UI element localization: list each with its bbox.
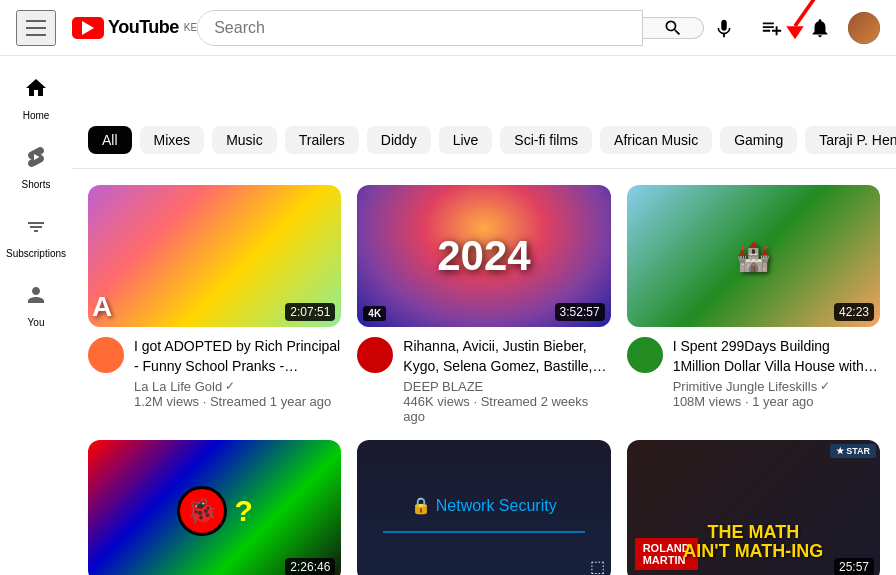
video-card-2[interactable]: 2024 4K 3:52:57 Rihanna, Avicii, Justin … bbox=[357, 185, 610, 424]
verified-badge-1: ✓ bbox=[225, 379, 235, 393]
chip-trailers[interactable]: Trailers bbox=[285, 126, 359, 154]
chip-mixes[interactable]: Mixes bbox=[140, 126, 205, 154]
thumbnail-5: 🔒 Network Security ⬚ bbox=[357, 440, 610, 575]
country-code: KE bbox=[184, 22, 197, 33]
sidebar-item-subscriptions[interactable]: Subscriptions bbox=[0, 202, 72, 271]
shorts-icon bbox=[24, 145, 48, 175]
thumbnail-3: 🏰 42:23 bbox=[627, 185, 880, 327]
video-card-4[interactable]: 🐞 ? 2:26:46 LadyBug Is Missing! What If … bbox=[88, 440, 341, 575]
video-meta-3: I Spent 299Days Building 1Million Dollar… bbox=[673, 337, 880, 408]
chip-african-music[interactable]: African Music bbox=[600, 126, 712, 154]
video-info-2: Rihanna, Avicii, Justin Bieber, Kygo, Se… bbox=[357, 327, 610, 423]
search-button[interactable] bbox=[643, 17, 704, 39]
search-bar bbox=[197, 10, 704, 46]
create-button[interactable] bbox=[752, 8, 792, 48]
duration-3: 42:23 bbox=[834, 303, 874, 321]
sidebar-item-shorts[interactable]: Shorts bbox=[0, 133, 72, 202]
header: YouTubeKE bbox=[0, 0, 896, 56]
search-input-wrap bbox=[197, 10, 643, 46]
chip-live[interactable]: Live bbox=[439, 126, 493, 154]
logo[interactable]: YouTubeKE bbox=[72, 17, 197, 39]
channel-name-3: Primitive Jungle Lifeskills ✓ bbox=[673, 379, 880, 394]
thumbnail-2: 2024 4K 3:52:57 bbox=[357, 185, 610, 327]
video-meta-1: I got ADOPTED by Rich Principal - Funny … bbox=[134, 337, 341, 408]
duration-4: 2:26:46 bbox=[285, 558, 335, 575]
video-title-3: I Spent 299Days Building 1Million Dollar… bbox=[673, 337, 880, 376]
verified-badge-3: ✓ bbox=[820, 379, 830, 393]
sidebar-item-home[interactable]: Home bbox=[0, 64, 72, 133]
duration-1: 2:07:51 bbox=[285, 303, 335, 321]
search-input[interactable] bbox=[198, 11, 642, 45]
avatar-image bbox=[848, 12, 880, 44]
video-card-1[interactable]: A 2:07:51 I got ADOPTED by Rich Principa… bbox=[88, 185, 341, 424]
video-card-6[interactable]: ROLANDMARTIN THE MATHAIN'T MATH-ING ★ ST… bbox=[627, 440, 880, 575]
video-grid: A 2:07:51 I got ADOPTED by Rich Principa… bbox=[72, 169, 896, 575]
chip-all[interactable]: All bbox=[88, 126, 132, 154]
video-card-3[interactable]: 🏰 42:23 I Spent 299Days Building 1Millio… bbox=[627, 185, 880, 424]
logo-text: YouTube bbox=[108, 17, 179, 38]
search-icon bbox=[663, 18, 683, 38]
youtube-logo-icon bbox=[72, 17, 104, 39]
sidebar-item-you[interactable]: You bbox=[0, 271, 72, 340]
video-meta-2: Rihanna, Avicii, Justin Bieber, Kygo, Se… bbox=[403, 337, 610, 423]
header-left: YouTubeKE bbox=[16, 10, 197, 46]
thumbnail-6: ROLANDMARTIN THE MATHAIN'T MATH-ING ★ ST… bbox=[627, 440, 880, 575]
mic-icon bbox=[713, 17, 735, 39]
chip-taraji[interactable]: Taraji P. Henson bbox=[805, 126, 896, 154]
video-stats-3: 108M views · 1 year ago bbox=[673, 394, 880, 409]
sidebar-home-label: Home bbox=[23, 110, 50, 121]
channel-avatar-2 bbox=[357, 337, 393, 373]
sidebar: Home Shorts Subscriptions You bbox=[0, 56, 72, 575]
create-icon bbox=[761, 17, 783, 39]
video-info-1: I got ADOPTED by Rich Principal - Funny … bbox=[88, 327, 341, 408]
sidebar-you-label: You bbox=[28, 317, 45, 328]
subscriptions-icon bbox=[24, 214, 48, 244]
video-stats-2: 446K views · Streamed 2 weeks ago bbox=[403, 394, 610, 424]
sidebar-subscriptions-label: Subscriptions bbox=[6, 248, 66, 259]
chip-gaming[interactable]: Gaming bbox=[720, 126, 797, 154]
channel-avatar-3 bbox=[627, 337, 663, 373]
channel-avatar-1 bbox=[88, 337, 124, 373]
duration-2: 3:52:57 bbox=[555, 303, 605, 321]
avatar[interactable] bbox=[848, 12, 880, 44]
notifications-button[interactable] bbox=[800, 8, 840, 48]
chip-music[interactable]: Music bbox=[212, 126, 277, 154]
you-icon bbox=[24, 283, 48, 313]
duration-6: 25:57 bbox=[834, 558, 874, 575]
video-title-2: Rihanna, Avicii, Justin Bieber, Kygo, Se… bbox=[403, 337, 610, 376]
channel-name-2: DEEP BLAZE bbox=[403, 379, 610, 394]
chip-scifi[interactable]: Sci-fi films bbox=[500, 126, 592, 154]
main-content: All Mixes Music Trailers Diddy Live Sci-… bbox=[72, 112, 896, 575]
thumbnail-1: A 2:07:51 bbox=[88, 185, 341, 327]
video-title-1: I got ADOPTED by Rich Principal - Funny … bbox=[134, 337, 341, 376]
sidebar-shorts-label: Shorts bbox=[22, 179, 51, 190]
filter-bar: All Mixes Music Trailers Diddy Live Sci-… bbox=[72, 112, 896, 169]
home-icon bbox=[24, 76, 48, 106]
thumbnail-4: 🐞 ? 2:26:46 bbox=[88, 440, 341, 575]
menu-button[interactable] bbox=[16, 10, 56, 46]
video-info-3: I Spent 299Days Building 1Million Dollar… bbox=[627, 327, 880, 408]
video-stats-1: 1.2M views · Streamed 1 year ago bbox=[134, 394, 341, 409]
external-icon-5: ⬚ bbox=[590, 557, 605, 575]
chip-diddy[interactable]: Diddy bbox=[367, 126, 431, 154]
header-right bbox=[704, 8, 880, 48]
bell-icon bbox=[809, 17, 831, 39]
channel-name-1: La La Life Gold ✓ bbox=[134, 379, 341, 394]
mic-button[interactable] bbox=[704, 8, 744, 48]
res-badge-2: 4K bbox=[363, 306, 386, 321]
video-card-5[interactable]: 🔒 Network Security ⬚ Cisco Cybersecurity… bbox=[357, 440, 610, 575]
